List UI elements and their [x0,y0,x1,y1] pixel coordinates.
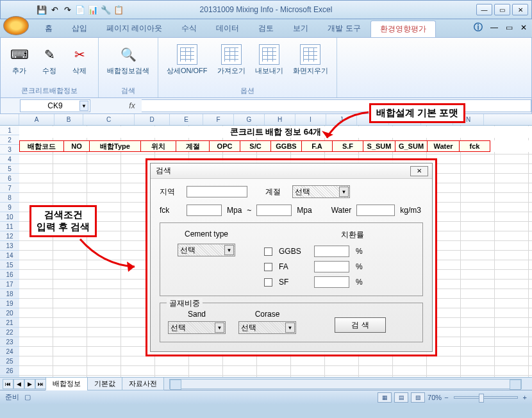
row-header[interactable]: 8 [0,193,19,203]
row-header[interactable]: 4 [0,155,19,164]
chevron-down-icon[interactable]: ▼ [215,322,224,333]
row-header[interactable]: 7 [0,183,19,193]
row-header[interactable]: 16 [0,270,19,280]
season-select[interactable]: 선택 ▼ [292,185,350,198]
row-header[interactable]: 14 [0,251,19,260]
fa-checkbox[interactable] [264,263,272,271]
clear-button[interactable]: 화면지우기 [290,42,331,78]
chevron-down-icon[interactable]: ▼ [339,187,349,197]
dialog-titlebar[interactable]: 검색 ✕ [151,163,432,179]
column-header[interactable]: G [234,114,265,125]
mdi-minimize-icon[interactable]: — [490,23,498,32]
tab-view[interactable]: 보기 [283,20,318,37]
close-button[interactable]: ✕ [512,4,528,15]
macro-record-icon[interactable]: ▢ [24,393,31,401]
sf-checkbox[interactable] [264,278,272,287]
column-header[interactable]: C [83,114,135,125]
row-header[interactable]: 26 [0,366,19,376]
row-header[interactable]: 22 [0,328,19,337]
fck-max-input[interactable] [256,205,292,216]
row-header[interactable]: 25 [0,356,19,366]
ggbs-input[interactable] [314,246,349,257]
row-header[interactable]: 21 [0,318,19,328]
column-header[interactable]: H [265,114,295,125]
delete-button[interactable]: ✂ 삭제 [66,42,93,78]
zoom-out-icon[interactable]: − [444,394,448,401]
row-header[interactable]: 10 [0,212,19,222]
detail-toggle-button[interactable]: 상세ON/OFF [163,42,211,78]
tab-insert[interactable]: 삽입 [62,20,97,37]
zoom-thumb[interactable] [479,394,484,403]
row-header[interactable]: 5 [0,164,19,174]
tab-developer[interactable]: 개발 도구 [318,20,370,37]
row-header[interactable]: 12 [0,231,19,241]
row-header[interactable]: 2 [0,135,19,145]
minimize-button[interactable]: — [476,4,492,15]
sheet-tab[interactable]: 기본값 [87,377,122,390]
normal-view-icon[interactable]: ▦ [378,392,392,403]
zoom-in-icon[interactable]: + [523,394,527,401]
layout-view-icon[interactable]: ▤ [394,392,408,403]
add-button[interactable]: ⌨ 추가 [6,42,33,78]
undo-icon[interactable]: ↶ [49,4,60,15]
sheet-nav-first-icon[interactable]: ⏮ [3,379,13,389]
qat-item-icon[interactable]: 📊 [87,4,99,15]
cement-type-select[interactable]: 선택 ▼ [178,244,235,256]
tab-layout[interactable]: 페이지 레이아웃 [97,20,172,37]
tab-review[interactable]: 검토 [249,20,283,37]
column-header[interactable] [0,114,19,125]
fx-icon[interactable]: fx [122,101,142,110]
redo-icon[interactable]: ↷ [62,4,73,15]
mdi-restore-icon[interactable]: ▭ [506,23,513,32]
chevron-down-icon[interactable]: ▼ [79,101,88,111]
qat-item-icon[interactable]: 📄 [74,4,86,15]
sheet-tab[interactable]: 자료사전 [122,377,164,390]
column-header[interactable]: E [170,114,203,125]
sheet-nav-prev-icon[interactable]: ◀ [13,379,24,389]
sf-input[interactable] [314,276,349,288]
tab-formula[interactable]: 수식 [172,20,206,37]
row-header[interactable]: 15 [0,260,19,270]
name-box[interactable]: CK9 ▼ [20,99,90,112]
row-header[interactable]: 3 [0,145,19,155]
chevron-down-icon[interactable]: ▼ [285,322,295,333]
close-icon[interactable]: ✕ [410,166,428,176]
column-header[interactable]: F [203,114,234,125]
sheet-nav-last-icon[interactable]: ⏭ [35,379,46,389]
qat-item-icon[interactable]: 📋 [113,4,124,15]
mdi-close-icon[interactable]: ✕ [520,23,527,32]
row-header[interactable]: 6 [0,174,19,183]
column-header[interactable]: D [135,114,170,125]
row-header[interactable]: 23 [0,337,19,347]
row-header[interactable]: 18 [0,289,19,299]
fa-input[interactable] [314,261,349,272]
tab-data[interactable]: 데이터 [206,20,249,37]
row-header[interactable]: 19 [0,299,19,308]
office-button[interactable] [3,16,29,35]
row-header[interactable]: 9 [0,203,19,212]
row-header[interactable]: 20 [0,308,19,318]
water-input[interactable] [356,205,395,216]
search-submit-button[interactable]: 검 색 [335,317,386,333]
tab-home[interactable]: 홈 [35,20,62,37]
sand-select[interactable]: 선택 ▼ [168,321,226,334]
row-header[interactable]: 17 [0,280,19,289]
fck-min-input[interactable] [187,205,222,216]
coarse-select[interactable]: 선택 ▼ [238,321,296,334]
chevron-down-icon[interactable]: ▼ [224,245,234,255]
tab-addin[interactable]: 환경영향평가 [370,21,436,37]
export-button[interactable]: 내보내기 [252,42,287,78]
column-header[interactable]: B [54,114,83,125]
import-button[interactable]: 가져오기 [214,42,249,78]
pagebreak-view-icon[interactable]: ▧ [411,392,425,403]
row-header[interactable]: 11 [0,222,19,231]
maximize-button[interactable]: ▭ [494,4,510,15]
row-header[interactable]: 1 [0,126,19,135]
row-header[interactable]: 13 [0,241,19,251]
row-header[interactable]: 24 [0,347,19,356]
region-input[interactable] [187,186,247,197]
qat-item-icon[interactable]: 🔧 [100,4,112,15]
sheet-tab[interactable]: 배합정보 [46,377,88,390]
save-icon[interactable]: 💾 [36,4,47,15]
help-icon[interactable]: ⓘ [474,22,483,33]
